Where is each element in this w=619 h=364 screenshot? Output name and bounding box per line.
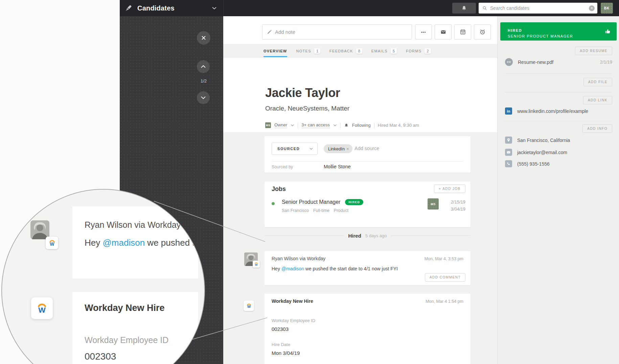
following-toggle[interactable]: Following: [352, 123, 371, 128]
svg-text:W: W: [255, 263, 258, 266]
tab-label: FEEDBACK: [329, 49, 353, 53]
job-title[interactable]: Senior Product Manager: [282, 199, 340, 205]
app-window: Candidates × BK: [0, 0, 619, 364]
owner-avatar[interactable]: MS: [265, 122, 271, 128]
top-header-bar: Candidates × BK: [120, 0, 619, 16]
calendar-button[interactable]: [454, 24, 471, 40]
tab-feedback[interactable]: FEEDBACK 8: [329, 45, 362, 57]
add-source-field[interactable]: Add source: [354, 146, 379, 151]
job-commitment: Full-time: [313, 208, 329, 213]
timeline-message: Ryan Wilson via Workday Mon, Mar 4, 3:53…: [265, 251, 471, 285]
chevron-down-icon[interactable]: [333, 124, 337, 126]
candidate-profile-main: ••• OVERVIEW NOTES 1: [223, 16, 497, 364]
add-link-button[interactable]: ADD LINK: [583, 96, 612, 104]
tab-count-badge: 1: [314, 48, 320, 54]
owner-dropdown[interactable]: Owner: [274, 122, 287, 128]
pencil-icon: [267, 29, 272, 35]
add-note-field[interactable]: [262, 24, 412, 40]
divider-line: [265, 236, 344, 236]
magnified-message-card: Workday New Hire Workday Employee ID 002…: [72, 292, 198, 364]
page-title: Candidates: [137, 4, 175, 12]
viewer-page-indicator: 1/2: [197, 78, 210, 83]
linkedin-url[interactable]: www.linkedin.com/profile/example: [517, 108, 588, 114]
divider: [298, 123, 298, 128]
user-avatar[interactable]: BK: [601, 3, 613, 14]
viewer-close-button[interactable]: [197, 31, 210, 45]
linkedin-link-row[interactable]: in www.linkedin.com/profile/example: [505, 107, 612, 115]
source-tag[interactable]: LinkedIn ×: [324, 144, 352, 153]
divider: [272, 161, 463, 162]
mention-link: @madison: [102, 238, 145, 248]
message-body: Hey @madison we pushed the start date to…: [85, 238, 205, 248]
app-brand[interactable]: Candidates: [124, 0, 217, 16]
status-role: SENIOR PRODUCT MANAGER: [508, 34, 611, 38]
job-owner-avatar[interactable]: MS: [428, 198, 439, 210]
bell-icon: [344, 123, 349, 128]
thumbs-up-icon: [604, 28, 611, 35]
location-pin-icon: [505, 137, 512, 144]
job-dates: 2/15/19 3/04/19: [451, 198, 465, 213]
snooze-button[interactable]: [474, 24, 491, 40]
tab-count-badge: 5: [391, 48, 397, 54]
svg-text:W: W: [50, 241, 54, 247]
stage-divider-time: 5 days ago: [365, 233, 387, 238]
job-meta: San Francisco Full-time Product: [282, 208, 348, 213]
job-location: San Francisco: [282, 208, 309, 213]
candidate-meta-row: MS Owner 3+ can access Following Hired M…: [265, 122, 419, 128]
tab-overview[interactable]: OVERVIEW: [263, 45, 287, 57]
message-author: Ryan Wilson via Workday: [272, 256, 325, 261]
more-actions-button[interactable]: •••: [415, 24, 432, 40]
viewer-prev-button[interactable]: [197, 60, 210, 73]
email-row[interactable]: jackietaylor@email.com: [505, 149, 612, 156]
ellipsis-icon: •••: [421, 30, 426, 34]
add-comment-button[interactable]: ADD COMMENT: [425, 273, 465, 282]
viewer-next-button[interactable]: [197, 91, 210, 104]
message-title: Workday New Hire: [85, 303, 165, 313]
message-text: Hey: [85, 238, 102, 248]
add-job-button[interactable]: + ADD JOB: [434, 185, 465, 193]
phone-icon: [505, 160, 512, 167]
chevron-down-icon[interactable]: [291, 124, 294, 126]
sourced-by-label: Sourced by: [272, 165, 293, 169]
resume-row[interactable]: CV Resume-new.pdf 2/1/19: [505, 58, 612, 66]
envelope-icon: [440, 29, 446, 35]
field-label: Workday Employee ID: [85, 335, 168, 345]
add-resume-button[interactable]: ADD RESUME: [575, 47, 612, 55]
stage-label: SOURCED: [277, 147, 300, 151]
tab-forms[interactable]: FORMS 2: [406, 45, 431, 57]
sourced-by-value[interactable]: Mollie Stone: [324, 164, 351, 169]
message-author: Ryan Wilson via Workday: [85, 220, 181, 230]
workday-logo-icon: W: [253, 261, 260, 268]
phone-row[interactable]: (555) 935-1556: [505, 160, 612, 167]
clear-search-icon[interactable]: ×: [589, 5, 595, 11]
divider: [504, 121, 612, 121]
status-stage: HIRED: [508, 28, 611, 32]
add-note-input[interactable]: [275, 29, 408, 35]
field-value: 002303: [272, 326, 289, 332]
hired-status-button[interactable]: HIRED SENIOR PRODUCT MANAGER: [500, 22, 617, 41]
search-input[interactable]: [490, 5, 589, 11]
tab-emails[interactable]: EMAILS 5: [371, 45, 397, 57]
divider: [340, 123, 341, 128]
tab-notes[interactable]: NOTES 1: [296, 45, 321, 57]
profile-tab-bar: OVERVIEW NOTES 1 FEEDBACK 8 EMAILS 5 FOR…: [223, 44, 497, 57]
chevron-down-icon[interactable]: [212, 6, 217, 10]
email-button[interactable]: [435, 24, 452, 40]
job-status-dot: [272, 202, 275, 205]
mention-link[interactable]: @madison: [281, 266, 304, 271]
resume-file-name[interactable]: Resume-new.pdf: [518, 59, 553, 65]
divider: [374, 123, 374, 128]
field-label: Hire Date: [272, 342, 290, 347]
add-file-button[interactable]: ADD FILE: [583, 78, 612, 86]
notifications-button[interactable]: [452, 3, 476, 14]
stage-dropdown[interactable]: SOURCED: [272, 143, 318, 155]
jobs-card: Jobs + ADD JOB Senior Product Manager HI…: [265, 181, 471, 227]
candidate-email[interactable]: jackietaylor@email.com: [517, 150, 567, 155]
add-info-button[interactable]: ADD INFO: [582, 124, 612, 133]
remove-tag-icon[interactable]: ×: [346, 146, 349, 151]
access-dropdown[interactable]: 3+ can access: [301, 122, 329, 128]
message-timestamp: Mon, Mar 4 1:54 pm: [426, 299, 463, 304]
candidate-location: San Francisco, California: [517, 138, 570, 143]
candidate-info-sidebar: HIRED SENIOR PRODUCT MANAGER ADD RESUME …: [497, 16, 619, 364]
divider: [504, 92, 612, 92]
